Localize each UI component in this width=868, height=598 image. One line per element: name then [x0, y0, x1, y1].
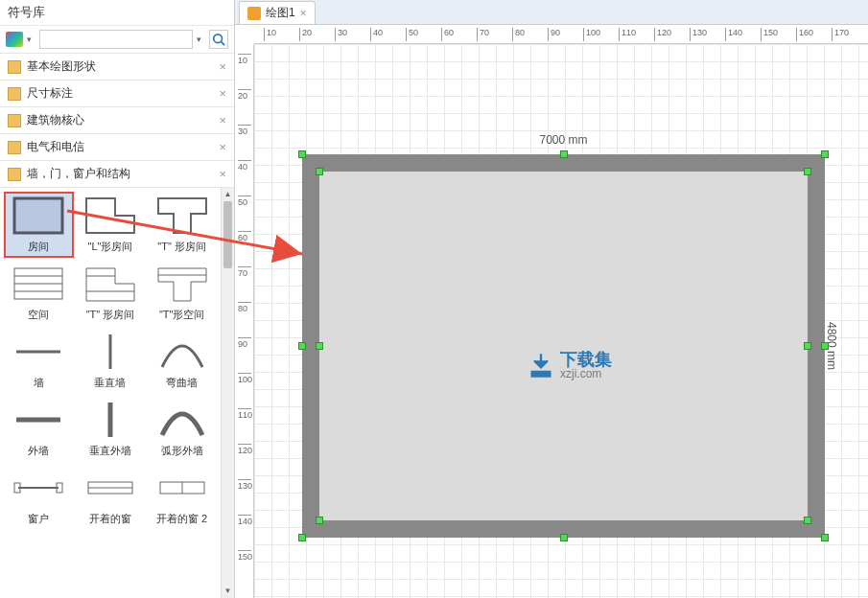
shape-t-space[interactable]: "T"形空间: [147, 260, 217, 326]
shape-wall[interactable]: 墙: [4, 328, 74, 394]
shape-label: "L"形房间: [88, 240, 133, 254]
document-icon: [247, 7, 261, 20]
category-close-icon[interactable]: ×: [219, 59, 226, 74]
tab-label: 绘图1: [266, 5, 295, 21]
shape-open-window-2[interactable]: 开着的窗 2: [147, 464, 217, 530]
shape-label: 外墙: [28, 444, 49, 458]
ruler-tick: 110: [238, 408, 251, 420]
canvas[interactable]: 7000 mm 4800 mm: [254, 44, 868, 598]
shape-label: "T" 形房间: [157, 240, 206, 254]
scroll-up-icon[interactable]: ▲: [222, 188, 234, 201]
folder-icon: [8, 60, 21, 74]
resize-handle[interactable]: [316, 517, 323, 524]
ruler-tick: 30: [238, 125, 251, 136]
resize-handle[interactable]: [804, 517, 811, 524]
shape-t-room2[interactable]: "T" 形房间: [76, 260, 146, 326]
category-walls-doors[interactable]: 墙，门，窗户和结构×: [0, 161, 234, 188]
ruler-tick: 50: [238, 196, 251, 207]
resize-handle[interactable]: [804, 168, 811, 175]
shape-space[interactable]: 空间: [4, 260, 74, 326]
dimension-width: 7000 mm: [539, 133, 587, 147]
category-basic-shapes[interactable]: 基本绘图形状×: [0, 54, 234, 80]
ruler-tick: 140: [725, 28, 742, 41]
shape-label: 开着的窗 2: [156, 512, 207, 526]
shape-label: 弧形外墙: [161, 444, 203, 458]
resize-handle[interactable]: [821, 150, 829, 158]
shapes-scrollbar[interactable]: ▲ ▼: [221, 188, 234, 598]
sidebar-search-bar: ▾ ▾: [0, 26, 234, 54]
ruler-tick: 90: [548, 28, 560, 41]
tab-drawing1[interactable]: 绘图1 ×: [239, 1, 316, 24]
sidebar: 符号库 ▾ ▾ 基本绘图形状× 尺寸标注× 建筑物核心× 电气和电信× 墙，门，…: [0, 0, 235, 598]
category-close-icon[interactable]: ×: [219, 113, 226, 127]
shape-open-window[interactable]: 开着的窗: [76, 464, 146, 530]
resize-handle[interactable]: [821, 342, 829, 350]
shape-label: 垂直墙: [94, 376, 126, 390]
ruler-tick: 90: [238, 337, 251, 349]
palette-icon[interactable]: [6, 32, 23, 47]
ruler-tick: 30: [335, 28, 347, 41]
resize-handle[interactable]: [298, 534, 306, 541]
folder-icon: [8, 87, 21, 101]
svg-point-0: [214, 34, 223, 43]
room-inner: [319, 172, 808, 520]
scroll-down-icon[interactable]: ▼: [222, 585, 234, 598]
shape-ext-wall[interactable]: 外墙: [4, 396, 74, 462]
category-close-icon[interactable]: ×: [219, 86, 226, 101]
ruler-tick: 150: [238, 550, 251, 562]
ruler-tick: 20: [238, 89, 251, 101]
shapes-panel: 房间 "L"形房间 "T" 形房间 空间 "T" 形房间 "T"形空间 墙 垂直…: [0, 188, 221, 598]
shape-label: "T"形空间: [159, 308, 205, 322]
folder-icon: [8, 141, 21, 154]
ruler-tick: 40: [238, 160, 251, 172]
search-button[interactable]: [209, 30, 228, 49]
resize-handle[interactable]: [316, 168, 323, 175]
resize-handle[interactable]: [560, 534, 568, 541]
resize-handle[interactable]: [298, 150, 306, 158]
shape-l-room[interactable]: "L"形房间: [76, 192, 146, 258]
ruler-tick: 100: [238, 373, 251, 384]
scroll-thumb[interactable]: [223, 201, 232, 268]
search-input[interactable]: [39, 30, 193, 49]
ruler-tick: 80: [238, 302, 251, 313]
ruler-tick: 110: [619, 28, 636, 41]
room-shape[interactable]: 7000 mm 4800 mm: [302, 154, 825, 538]
tab-close-icon[interactable]: ×: [300, 7, 307, 20]
shape-vertical-wall[interactable]: 垂直墙: [76, 328, 146, 394]
shape-vertical-ext-wall[interactable]: 垂直外墙: [76, 396, 146, 462]
ruler-tick: 40: [370, 28, 383, 41]
category-label: 建筑物核心: [27, 112, 84, 128]
shape-label: 墙: [34, 376, 44, 390]
ruler-tick: 130: [238, 479, 251, 491]
resize-handle[interactable]: [298, 342, 306, 350]
shape-curved-wall[interactable]: 弯曲墙: [147, 328, 217, 394]
ruler-tick: 60: [238, 231, 251, 242]
ruler-tick: 120: [654, 28, 671, 41]
category-building-core[interactable]: 建筑物核心×: [0, 107, 234, 134]
ruler-tick: 60: [441, 28, 454, 41]
resize-handle[interactable]: [316, 342, 323, 350]
shape-arc-ext-wall[interactable]: 弧形外墙: [147, 396, 217, 462]
ruler-tick: 70: [477, 28, 489, 41]
ruler-tick: 50: [406, 28, 418, 41]
category-close-icon[interactable]: ×: [219, 140, 226, 154]
resize-handle[interactable]: [560, 150, 568, 158]
category-label: 电气和电信: [27, 139, 84, 155]
resize-handle[interactable]: [804, 342, 811, 350]
resize-handle[interactable]: [821, 534, 829, 541]
shape-window[interactable]: 窗户: [4, 464, 74, 530]
ruler-tick: 10: [264, 28, 276, 41]
category-label: 墙，门，窗户和结构: [27, 166, 130, 182]
palette-dropdown-icon[interactable]: ▾: [27, 34, 35, 44]
category-label: 基本绘图形状: [27, 58, 96, 75]
category-close-icon[interactable]: ×: [219, 167, 226, 181]
shape-t-room[interactable]: "T" 形房间: [147, 192, 217, 258]
category-dimensions[interactable]: 尺寸标注×: [0, 80, 234, 107]
search-dropdown-icon[interactable]: ▾: [197, 34, 205, 44]
category-electrical[interactable]: 电气和电信×: [0, 134, 234, 161]
canvas-area: 绘图1 × 1020304050607080901001101201301401…: [235, 0, 868, 598]
ruler-vertical: 102030405060708090100110120130140150: [235, 44, 254, 598]
shape-label: 空间: [28, 308, 49, 322]
shape-room[interactable]: 房间: [4, 192, 74, 258]
svg-rect-2: [14, 198, 62, 233]
